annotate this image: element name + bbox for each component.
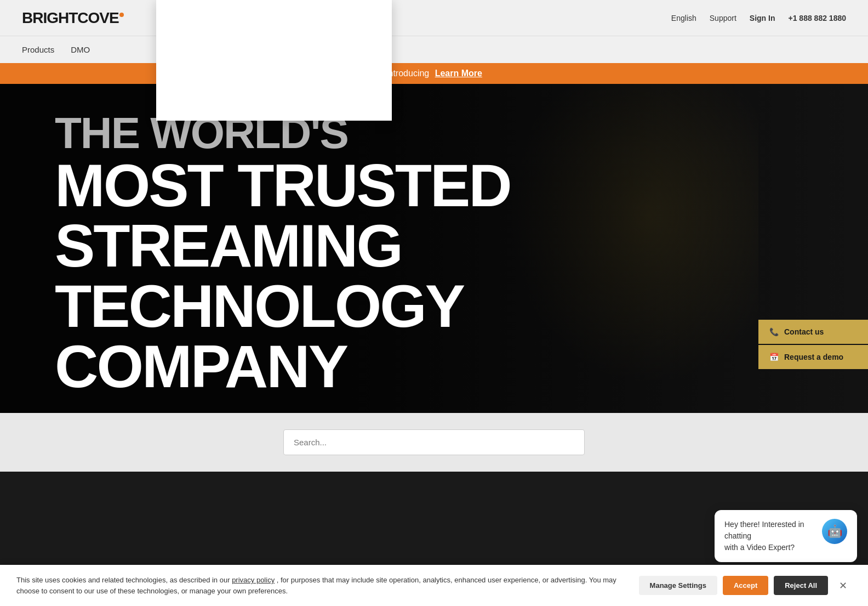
cookie-close-button[interactable]: ✕ <box>835 580 852 592</box>
chat-avatar[interactable]: 🤖 <box>822 519 847 544</box>
search-bar-container <box>283 429 585 455</box>
nav-phone[interactable]: +1 888 882 1880 <box>789 14 847 22</box>
nav-english[interactable]: English <box>671 14 696 22</box>
chat-widget: Hey there! Interested in chatting with a… <box>715 510 857 562</box>
reject-all-button[interactable]: Reject All <box>774 576 828 595</box>
nav-support[interactable]: Support <box>710 14 736 22</box>
main-nav: Products DMO <box>0 36 868 63</box>
privacy-policy-link[interactable]: privacy policy <box>232 576 275 584</box>
announcement-bar: Introducing Learn More <box>0 63 868 84</box>
cookie-bar: This site uses cookies and related techn… <box>0 565 868 606</box>
announcement-link[interactable]: Learn More <box>435 69 482 78</box>
request-demo-button[interactable]: 📅 Request a demo <box>758 345 868 369</box>
below-hero-section <box>0 413 868 472</box>
floating-cta-container: 📞 Contact us 📅 Request a demo <box>758 320 868 369</box>
chat-line2: with a Video Expert? <box>724 543 795 552</box>
contact-us-button[interactable]: 📞 Contact us <box>758 320 868 344</box>
search-input[interactable] <box>294 438 574 447</box>
cookie-buttons: Manage Settings Accept Reject All <box>639 576 828 595</box>
chat-message: Hey there! Interested in chatting with a… <box>724 519 815 553</box>
hero-title-line3: STREAMING <box>55 216 511 276</box>
accept-button[interactable]: Accept <box>723 576 768 595</box>
cookie-text: This site uses cookies and related techn… <box>16 575 632 596</box>
nav-dmo[interactable]: DMO <box>71 45 90 54</box>
nav-sign-in[interactable]: Sign In <box>750 14 775 22</box>
header-nav: English Support Sign In +1 888 882 1880 <box>671 14 846 22</box>
chat-line1: Hey there! Interested in chatting <box>724 520 804 540</box>
logo-dot <box>119 13 124 17</box>
contact-us-label: Contact us <box>784 327 824 336</box>
logo[interactable]: BRIGHTCOVE <box>22 9 124 27</box>
hero-section: THE WORLD'S MOST TRUSTED STREAMING TECHN… <box>0 84 868 413</box>
cookie-text-before-link: This site uses cookies and related techn… <box>16 576 230 584</box>
hero-title-line5: COMPANY <box>55 336 511 397</box>
hero-title-line4: TECHNOLOGY <box>55 276 511 336</box>
nav-products[interactable]: Products <box>22 45 54 54</box>
manage-settings-button[interactable]: Manage Settings <box>639 576 717 595</box>
nav-dropdown-overlay <box>156 0 392 121</box>
hero-title-line2: MOST TRUSTED <box>55 155 511 216</box>
search-bar <box>283 429 585 455</box>
announcement-text: Introducing <box>386 69 429 78</box>
hero-content: THE WORLD'S MOST TRUSTED STREAMING TECHN… <box>55 111 511 413</box>
request-demo-label: Request a demo <box>784 353 843 361</box>
phone-icon: 📞 <box>769 327 779 336</box>
calendar-icon: 📅 <box>769 353 779 361</box>
header: BRIGHTCOVE English Support Sign In +1 88… <box>0 0 868 36</box>
